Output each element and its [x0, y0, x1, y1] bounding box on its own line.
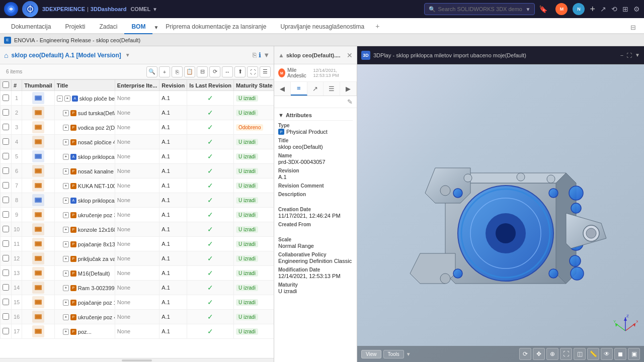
right-dropdown-icon[interactable]: ▼: [635, 52, 640, 58]
search-input[interactable]: [438, 6, 523, 12]
row-expand-sub[interactable]: +: [64, 96, 70, 102]
right-maximize-icon[interactable]: ⛶: [626, 52, 632, 58]
row-expand-sub[interactable]: +: [63, 270, 69, 277]
tab-upravljanje[interactable]: Upravljanje neusaglašenostima: [273, 20, 371, 34]
tools-mode-button[interactable]: Tools: [383, 350, 404, 358]
export-btn[interactable]: ⬆: [234, 66, 246, 77]
community-icon[interactable]: ⟲: [611, 5, 617, 13]
row-checkbox[interactable]: [3, 313, 9, 320]
mid-tab-share[interactable]: ↗: [307, 82, 324, 96]
3d-view-mode-btn[interactable]: 👁: [601, 348, 613, 360]
table-row[interactable]: 13 + P M16(Default) None A.1 ✓ U izradi: [1, 266, 274, 281]
row-expand-sub[interactable]: +: [63, 241, 69, 247]
view-btn[interactable]: ☰: [260, 66, 271, 77]
table-row[interactable]: 5 + A sklop priklopca miletov import... …: [1, 149, 274, 164]
row-expand-sub[interactable]: +: [63, 300, 69, 306]
mid-tab-right[interactable]: ▶: [340, 82, 357, 96]
3d-measure-btn[interactable]: 📏: [587, 348, 599, 360]
3d-capture-btn[interactable]: ▣: [628, 348, 640, 360]
row-expand-sub[interactable]: +: [63, 183, 69, 189]
tab-bom[interactable]: BOM: [124, 20, 152, 34]
panel-copy-icon[interactable]: ⎘: [253, 51, 257, 59]
row-expand-sub[interactable]: +: [63, 212, 69, 218]
row-checkbox[interactable]: [3, 124, 9, 130]
filter-btn[interactable]: ⊟: [197, 66, 208, 77]
mid-tab-left[interactable]: ◀: [274, 82, 291, 96]
table-row[interactable]: 15 + P pojačanje poz 1(Default) None A.1…: [1, 295, 274, 310]
row-expand-sub[interactable]: +: [63, 139, 69, 145]
add-tab-button[interactable]: +: [371, 19, 383, 33]
bom-dropdown-icon[interactable]: ▼: [153, 22, 158, 33]
table-row[interactable]: 4 + P nosač pločice 4-0023288 raz... Non…: [1, 135, 274, 149]
col-checkbox[interactable]: [1, 80, 12, 91]
edit-attr-btn[interactable]: ✎: [347, 98, 353, 106]
user-avatar-1[interactable]: M: [555, 3, 568, 15]
table-row[interactable]: 8 + A sklop priklopca miletov import... …: [1, 193, 274, 208]
right-minimize-icon[interactable]: −: [620, 52, 623, 58]
row-checkbox[interactable]: [3, 153, 9, 159]
table-row[interactable]: 14 + P Ram 3-0023991(Default) None A.1 ✓…: [1, 281, 274, 295]
tab-zadaci[interactable]: Zadaci: [92, 20, 124, 34]
table-row[interactable]: 12 + P priključak za vakumiranje 12... N…: [1, 251, 274, 266]
row-expand-sub[interactable]: +: [63, 154, 69, 160]
3d-rotate-btn[interactable]: ⟳: [519, 348, 531, 360]
panel-info-icon[interactable]: ℹ: [259, 51, 261, 59]
share-icon[interactable]: ↗: [600, 5, 606, 13]
table-row[interactable]: 9 + P ukručenje poz 3 - turska(Defa... N…: [1, 208, 274, 222]
nav-more-icon[interactable]: ⊟: [626, 22, 640, 33]
attributes-section-header[interactable]: ▼ Attributes: [278, 110, 353, 121]
row-checkbox[interactable]: [3, 328, 9, 334]
3d-section-btn[interactable]: ◫: [574, 348, 586, 360]
3d-pan-btn[interactable]: ✥: [533, 348, 545, 360]
row-checkbox[interactable]: [3, 269, 9, 276]
row-checkbox[interactable]: [3, 109, 9, 116]
home-icon[interactable]: ⌂: [4, 51, 8, 59]
3d-render-btn[interactable]: ◼: [614, 348, 626, 360]
panel-more-icon[interactable]: ▼: [263, 51, 270, 59]
row-expand-sub[interactable]: +: [63, 314, 69, 320]
row-checkbox[interactable]: [3, 284, 9, 291]
indent-btn[interactable]: ↔: [222, 66, 233, 77]
view-mode-button[interactable]: View: [361, 350, 381, 358]
user-avatar-2[interactable]: N: [573, 3, 585, 15]
row-expand-sub[interactable]: +: [63, 125, 69, 131]
table-row[interactable]: 6 + P nosač kanalne kutije fi 30 11... N…: [1, 164, 274, 178]
row-checkbox[interactable]: [3, 167, 9, 174]
tab-projekti[interactable]: Projekti: [58, 20, 92, 34]
mid-close-btn[interactable]: ✕: [347, 51, 353, 59]
horizontal-scrollbar[interactable]: [122, 359, 152, 361]
search-toggle-btn[interactable]: 🔍: [146, 66, 157, 77]
table-row[interactable]: 11 + P pojačanje 8x130(Default) None A.1…: [1, 237, 274, 251]
bookmark-icon[interactable]: 🔖: [539, 5, 547, 13]
tab-dokumentacija[interactable]: Dokumentacija: [4, 20, 58, 34]
row-expand-sub[interactable]: +: [63, 285, 69, 291]
expand-all-btn[interactable]: ⛶: [247, 66, 258, 77]
row-checkbox[interactable]: [3, 138, 9, 145]
table-row[interactable]: 3 + P vodica poz 2(Default) None A.1 ✓ O…: [1, 120, 274, 135]
paste-btn[interactable]: 📋: [184, 66, 195, 77]
row-expand-sub[interactable]: +: [63, 256, 69, 262]
row-expand-sub[interactable]: +: [63, 110, 69, 116]
row-checkbox[interactable]: [3, 240, 9, 247]
hierarchy-btn[interactable]: ⟳: [209, 66, 220, 77]
apps-icon[interactable]: ⊞: [622, 5, 628, 13]
tools-dropdown-icon[interactable]: ▼: [406, 351, 411, 357]
mid-expand-icon[interactable]: ▲: [278, 52, 284, 59]
row-expand-sub[interactable]: +: [63, 329, 69, 335]
row-checkbox[interactable]: [3, 255, 9, 261]
table-row[interactable]: 7 + P KUKA NET-1008.00 0-li(Defa... None…: [1, 178, 274, 193]
settings-icon[interactable]: ⚙: [633, 5, 640, 13]
brand-button[interactable]: [22, 1, 38, 17]
table-row[interactable]: 17 + P poz... None A.1 ✓ U izradi: [1, 324, 274, 339]
tab-priprema[interactable]: Priprema dokumentacije za lansiranje: [158, 20, 273, 34]
row-expand-btn[interactable]: −: [57, 96, 63, 102]
add-icon[interactable]: +: [590, 4, 595, 15]
copy-btn[interactable]: ⎘: [172, 66, 183, 77]
search-bar[interactable]: 🔍 ▼: [424, 3, 535, 15]
row-checkbox[interactable]: [3, 95, 9, 101]
add-row-btn[interactable]: +: [159, 66, 170, 77]
panel-dropdown-icon[interactable]: ▼: [125, 52, 130, 58]
row-checkbox[interactable]: [3, 211, 9, 218]
row-expand-sub[interactable]: +: [63, 227, 69, 233]
table-row[interactable]: 10 + P konzole 12x160(Default) None A.1 …: [1, 222, 274, 237]
